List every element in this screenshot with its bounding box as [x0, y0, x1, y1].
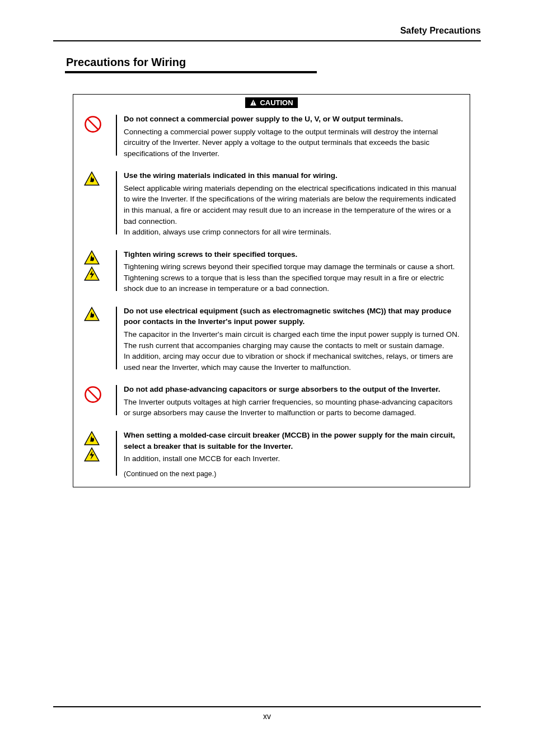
item-divider	[116, 171, 117, 234]
item-divider	[116, 431, 117, 476]
item-divider	[116, 250, 117, 291]
page-bottom-rule	[53, 706, 481, 707]
svg-rect-0	[253, 101, 254, 104]
item-icons	[83, 170, 114, 237]
caution-body: Do not connect a commercial power supply…	[73, 111, 470, 487]
item-body: The Inverter outputs voltages at high ca…	[124, 397, 460, 419]
item-icons	[83, 430, 114, 479]
item-icons	[83, 306, 114, 373]
item-text: When setting a molded-case circuit break…	[124, 430, 460, 479]
item-text: Tighten wiring screws to their specified…	[124, 249, 460, 294]
shock-triangle-icon	[83, 447, 100, 462]
section-underline	[65, 71, 317, 73]
item-heading: Tighten wiring screws to their specified…	[124, 249, 460, 260]
fire-triangle-icon	[83, 250, 100, 265]
item-body: Tightening wiring screws beyond their sp…	[124, 261, 460, 294]
item-body: Connecting a commercial power supply vol…	[124, 126, 460, 159]
prohibition-icon	[83, 385, 102, 404]
item-heading: Do not add phase-advancing capacitors or…	[124, 384, 460, 395]
caution-box: CAUTION Do not connect a commercial powe…	[73, 94, 470, 487]
fire-triangle-icon	[83, 171, 100, 186]
caution-item: Do not use electrical equipment (such as…	[83, 306, 460, 373]
item-text: Do not add phase-advancing capacitors or…	[124, 384, 460, 419]
caution-item: Use the wiring materials indicated in th…	[83, 170, 460, 237]
item-heading: Do not use electrical equipment (such as…	[124, 306, 460, 327]
fire-triangle-icon	[83, 431, 100, 446]
item-heading: Use the wiring materials indicated in th…	[124, 170, 460, 181]
item-heading: When setting a molded-case circuit break…	[124, 430, 460, 452]
item-body: In addition, install one MCCB for each I…	[124, 453, 460, 464]
item-icons	[83, 249, 114, 294]
item-body: Select applicable wiring materials depen…	[124, 183, 460, 238]
page-header-title: Safety Precautions	[400, 26, 481, 36]
item-text: Do not use electrical equipment (such as…	[124, 306, 460, 373]
page-number: xv	[0, 712, 534, 721]
item-divider	[116, 307, 117, 369]
item-icons	[83, 384, 114, 419]
warning-icon	[250, 99, 257, 106]
item-divider	[116, 385, 117, 415]
caution-item: When setting a molded-case circuit break…	[83, 430, 460, 479]
continue-note: (Continued on the next page.)	[124, 469, 460, 479]
svg-line-3	[88, 119, 99, 130]
item-body: The capacitor in the Inverter's main cir…	[124, 329, 460, 373]
fire-triangle-icon	[83, 307, 100, 322]
prohibition-icon	[83, 115, 102, 134]
item-heading: Do not connect a commercial power supply…	[124, 114, 460, 125]
item-icons	[83, 114, 114, 159]
caution-label-text: CAUTION	[260, 98, 293, 107]
caution-item: Do not add phase-advancing capacitors or…	[83, 384, 460, 419]
item-divider	[116, 115, 117, 156]
caution-header: CAUTION	[73, 95, 470, 111]
item-text: Do not connect a commercial power supply…	[124, 114, 460, 159]
caution-item: Tighten wiring screws to their specified…	[83, 249, 460, 294]
section-title: Precautions for Wiring	[66, 56, 186, 69]
page-top-rule	[53, 40, 481, 41]
item-text: Use the wiring materials indicated in th…	[124, 170, 460, 237]
svg-line-5	[88, 389, 99, 400]
caution-badge: CAUTION	[245, 97, 297, 108]
svg-rect-1	[253, 104, 254, 105]
shock-triangle-icon	[83, 266, 100, 281]
caution-item: Do not connect a commercial power supply…	[83, 114, 460, 159]
